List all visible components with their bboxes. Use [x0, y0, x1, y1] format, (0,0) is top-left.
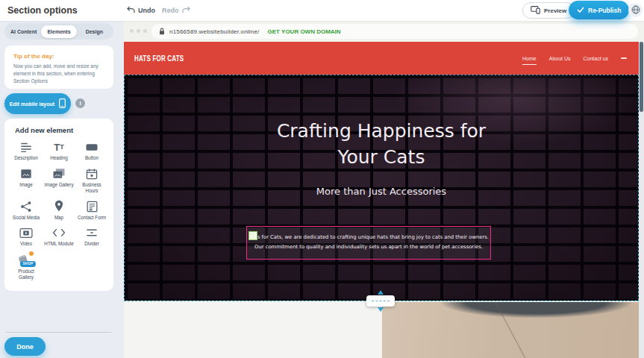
done-button[interactable]: Done	[4, 337, 46, 356]
nav-contact[interactable]: Contact us	[584, 56, 608, 61]
selected-text-element[interactable]: Hats for Cats, we are dedicated to craft…	[246, 226, 491, 260]
tab-ai-content[interactable]: AI Content	[6, 25, 41, 38]
element-business-hours[interactable]: Business Hours	[75, 168, 108, 195]
element-label: Map	[54, 215, 63, 222]
sidebar: AI Content Elements Design Tip of the da…	[0, 21, 124, 358]
divider-icon	[85, 227, 99, 239]
nav-about[interactable]: About Us	[549, 56, 571, 61]
drag-handle[interactable]	[248, 231, 257, 240]
tip-body: Now you can add, move and resize any ele…	[13, 63, 104, 84]
redo-button[interactable]: Redo	[162, 0, 190, 21]
element-map[interactable]: Map	[43, 201, 75, 222]
hero-paragraph-line1: Hats for Cats, we are dedicated to craft…	[247, 233, 490, 242]
element-image-gallery[interactable]: Image Gallery	[43, 168, 75, 195]
hero-paragraph-line2: Our commitment to quality and individual…	[247, 242, 490, 252]
section-resize-handle[interactable]	[366, 295, 395, 307]
shop-badge: SHOP	[20, 261, 36, 267]
html-module-icon	[52, 227, 66, 239]
scrollbar-thumb[interactable]	[640, 42, 643, 112]
undo-button[interactable]: Undo	[127, 0, 155, 21]
republish-button[interactable]: Re-Publish	[569, 1, 629, 19]
hero-subheading[interactable]: More than Just Accessories	[125, 186, 638, 197]
hero-heading[interactable]: Crafting Happiness for Your Cats	[125, 118, 638, 170]
element-contact-form[interactable]: Contact Form	[75, 201, 108, 222]
redo-icon	[182, 6, 190, 15]
element-product-gallery[interactable]: SHOP Product Gallery	[10, 254, 43, 281]
element-label: Image Gallery	[44, 182, 73, 189]
sidebar-tabs: AI Content Elements Design	[4, 23, 113, 40]
nav-home[interactable]: Home	[522, 56, 537, 65]
element-button[interactable]: Button	[75, 141, 108, 162]
window-dots-icon	[130, 29, 147, 33]
business-hours-icon	[85, 168, 99, 180]
preview-button[interactable]: Preview	[522, 2, 575, 19]
site-header: HATS FOR CATS Home About Us Contact us	[124, 42, 639, 75]
redo-label: Redo	[162, 7, 179, 14]
address-bar[interactable]: n1566589.websitebuilder.online/ GET YOUR…	[151, 24, 638, 39]
element-label: Contact Form	[78, 215, 106, 222]
element-html-module[interactable]: HTML Module	[43, 227, 75, 248]
contact-form-icon	[86, 201, 99, 213]
preview-label: Preview	[544, 7, 566, 14]
lock-icon	[159, 25, 165, 38]
element-description[interactable]: Description	[10, 141, 43, 162]
site-logo[interactable]: HATS FOR CATS	[134, 54, 184, 63]
republish-label: Re-Publish	[588, 7, 621, 14]
heading-icon: TT	[54, 141, 63, 153]
element-label: Video	[20, 241, 32, 248]
tab-elements[interactable]: Elements	[41, 25, 76, 38]
undo-icon	[127, 6, 135, 15]
site-nav: Home About Us Contact us	[522, 42, 627, 75]
tip-title: Tip of the day:	[13, 53, 104, 60]
page-title: Section options	[7, 5, 78, 16]
sidebar-divider	[6, 332, 111, 333]
element-image[interactable]: Image	[10, 168, 43, 195]
notification-badge	[28, 251, 34, 257]
element-heading[interactable]: TT Heading	[43, 141, 75, 162]
element-label: Description	[14, 155, 38, 162]
image-gallery-icon	[51, 168, 66, 180]
website-builder-app: Section options Undo Redo Preview Re-Pub…	[0, 0, 644, 358]
element-label: Image	[19, 182, 33, 189]
tip-of-the-day-card: Tip of the day: Now you can add, move an…	[4, 45, 113, 89]
hero-section[interactable]: Crafting Happiness for Your Cats More th…	[124, 75, 639, 301]
check-icon	[577, 7, 584, 14]
get-domain-link[interactable]: GET YOUR OWN DOMAIN	[268, 28, 341, 35]
element-video[interactable]: Video	[10, 227, 43, 248]
nav-more-icon[interactable]	[621, 57, 627, 59]
element-label: Social Media	[13, 215, 40, 222]
language-globe-button[interactable]	[628, 3, 643, 17]
social-media-icon	[19, 201, 33, 213]
phone-icon	[59, 98, 66, 109]
image-icon	[19, 168, 34, 180]
edit-mobile-label: Edit mobile layout	[10, 101, 54, 107]
element-label: Product Gallery	[10, 268, 42, 281]
map-pin-icon	[54, 201, 64, 213]
add-element-panel: Add new element Description TT Heading	[4, 119, 113, 291]
globe-icon	[631, 4, 640, 17]
edit-mobile-layout-button[interactable]: Edit mobile layout	[4, 93, 71, 114]
tab-design[interactable]: Design	[77, 25, 112, 38]
resize-arrow-down-icon	[378, 307, 384, 312]
undo-label: Undo	[138, 7, 155, 14]
info-icon[interactable]: i	[75, 98, 85, 108]
resize-arrow-up-icon	[378, 290, 384, 295]
element-label: Heading	[50, 155, 67, 162]
button-icon	[84, 141, 99, 153]
add-element-header: Add new element	[15, 126, 108, 134]
element-divider[interactable]: Divider	[75, 227, 108, 248]
description-icon	[19, 141, 34, 153]
element-grid: Description TT Heading Button Ima	[10, 141, 108, 281]
video-icon	[19, 227, 34, 239]
site-preview: n1566589.websitebuilder.online/ GET YOUR…	[124, 21, 644, 358]
preview-scrollbar[interactable]	[639, 42, 644, 358]
cat-photo	[382, 302, 639, 358]
element-label: HTML Module	[44, 241, 73, 248]
element-label: Business Hours	[76, 182, 107, 195]
element-social-media[interactable]: Social Media	[10, 201, 43, 222]
resize-grip-icon	[372, 301, 390, 301]
element-label: Divider	[84, 241, 99, 248]
topbar: Section options Undo Redo Preview Re-Pub…	[0, 0, 644, 21]
product-gallery-icon: SHOP	[17, 254, 35, 266]
devices-icon	[531, 6, 540, 16]
